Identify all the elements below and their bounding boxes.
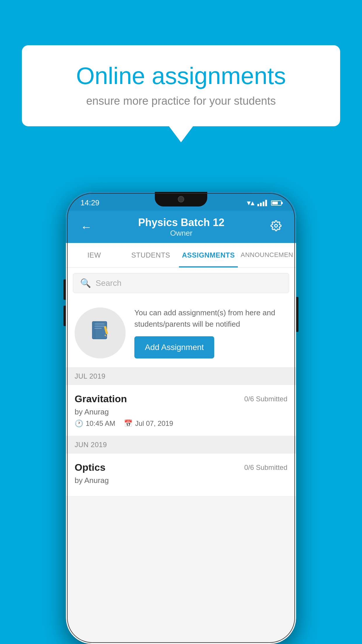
assignment-by-optics: by Anurag xyxy=(75,476,287,485)
search-container: 🔍 Search xyxy=(66,268,296,298)
section-jul-2019: JUL 2019 xyxy=(66,368,296,385)
assignment-submitted: 0/6 Submitted xyxy=(244,395,287,403)
app-header: ← Physics Batch 12 Owner xyxy=(66,211,296,243)
assignment-by: by Anurag xyxy=(75,407,287,416)
svg-rect-4 xyxy=(94,323,105,324)
tab-announcements[interactable]: ANNOUNCEMEN xyxy=(238,243,296,267)
assignment-meta: 🕐 10:45 AM 📅 Jul 07, 2019 xyxy=(75,419,287,428)
calendar-icon: 📅 xyxy=(124,419,133,428)
phone-container: 14:29 ▾▴ ← Phy xyxy=(66,192,296,644)
batch-owner-label: Owner xyxy=(138,229,224,238)
header-title-area: Physics Batch 12 Owner xyxy=(138,216,224,238)
assignment-top-optics: Optics 0/6 Submitted xyxy=(75,462,287,473)
assignment-date-value: Jul 07, 2019 xyxy=(135,419,173,428)
promo-icon-circle xyxy=(75,307,126,358)
speech-bubble: Online assignments ensure more practice … xyxy=(22,45,340,126)
svg-point-0 xyxy=(275,224,277,227)
notch xyxy=(155,192,207,206)
tabs-container: IEW STUDENTS ASSIGNMENTS ANNOUNCEMEN xyxy=(66,243,296,268)
assignment-name-optics: Optics xyxy=(75,462,106,473)
search-bar[interactable]: 🔍 Search xyxy=(73,273,289,293)
wifi-icon: ▾▴ xyxy=(247,198,254,207)
search-icon: 🔍 xyxy=(80,278,91,288)
assignment-name: Gravitation xyxy=(75,393,127,405)
add-assignment-button[interactable]: Add Assignment xyxy=(134,336,214,358)
status-icons: ▾▴ xyxy=(247,198,282,207)
settings-button[interactable] xyxy=(268,217,284,237)
volume-down-button[interactable] xyxy=(64,306,66,326)
bubble-subtitle: ensure more practice for your students xyxy=(42,95,320,107)
section-jun-2019: JUN 2019 xyxy=(66,436,296,454)
status-time: 14:29 xyxy=(80,198,99,207)
signal-icon xyxy=(257,200,267,206)
battery-icon xyxy=(271,200,282,206)
table-row[interactable]: Optics 0/6 Submitted by Anurag xyxy=(66,454,296,496)
assignment-date: 📅 Jul 07, 2019 xyxy=(124,419,173,428)
svg-rect-2 xyxy=(94,321,94,339)
batch-title: Physics Batch 12 xyxy=(138,216,224,229)
clock-icon: 🕐 xyxy=(75,419,83,428)
assignment-top: Gravitation 0/6 Submitted xyxy=(75,393,287,405)
bubble-title: Online assignments xyxy=(42,63,320,89)
assignment-time-value: 10:45 AM xyxy=(86,419,115,428)
speech-bubble-container: Online assignments ensure more practice … xyxy=(22,45,340,126)
phone-frame: 14:29 ▾▴ ← Phy xyxy=(66,192,296,644)
promo-content: You can add assignment(s) from here and … xyxy=(134,307,287,358)
tab-students[interactable]: STUDENTS xyxy=(122,243,179,267)
table-row[interactable]: Gravitation 0/6 Submitted by Anurag 🕐 10… xyxy=(66,385,296,436)
search-placeholder: Search xyxy=(96,279,122,288)
assignment-time: 🕐 10:45 AM xyxy=(75,419,115,428)
promo-section: You can add assignment(s) from here and … xyxy=(66,298,296,368)
notebook-icon xyxy=(89,318,112,347)
power-button[interactable] xyxy=(296,297,298,332)
volume-up-button[interactable] xyxy=(64,279,66,300)
tab-assignments[interactable]: ASSIGNMENTS xyxy=(179,243,238,267)
back-button[interactable]: ← xyxy=(78,218,95,237)
svg-rect-6 xyxy=(94,328,102,329)
camera xyxy=(178,196,184,202)
screen: 14:29 ▾▴ ← Phy xyxy=(66,192,296,644)
svg-rect-5 xyxy=(94,326,105,327)
assignment-submitted-optics: 0/6 Submitted xyxy=(244,463,287,472)
tab-iew[interactable]: IEW xyxy=(66,243,122,267)
promo-text: You can add assignment(s) from here and … xyxy=(134,307,287,330)
